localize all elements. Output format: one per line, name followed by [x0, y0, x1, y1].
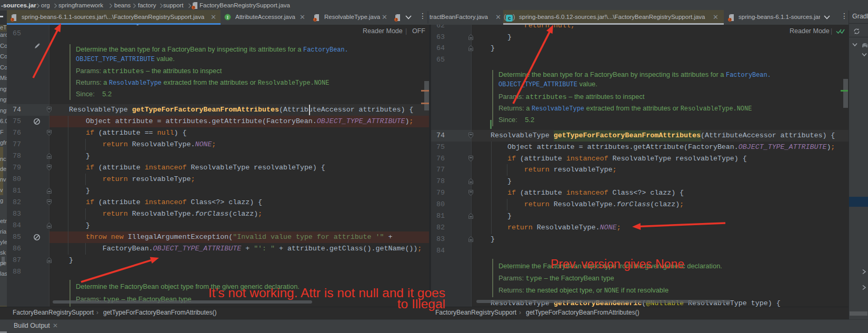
svg-text:J: J — [729, 18, 731, 21]
svg-text:J: J — [395, 18, 397, 21]
svg-text:J: J — [12, 18, 13, 21]
svg-text:J: J — [193, 6, 194, 9]
svg-text:J: J — [314, 18, 316, 21]
